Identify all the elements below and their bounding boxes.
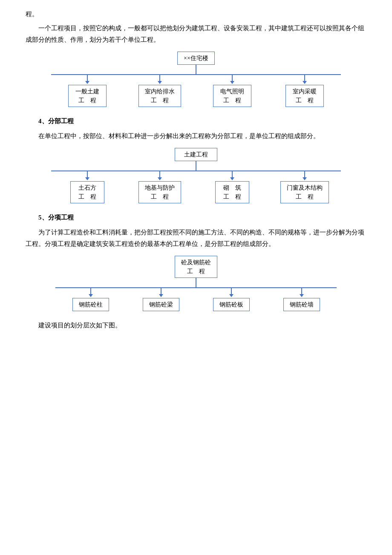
chart2-child-node-4: 门窗及木结构 工 程 <box>280 181 329 203</box>
chart2-container: 土建工程 土石方 工 程 地基与防护 工 程 砌 筑 工 程 门窗及木结构 工 … <box>26 148 366 203</box>
chart1-child-2: 室内给排水 工 程 <box>124 75 196 107</box>
chart1-child-node-3: 电气照明 工 程 <box>213 85 251 107</box>
chart3-root-node: 砼及钢筋砼 工 程 <box>175 256 217 278</box>
chart1-root: ××住宅楼 <box>177 52 215 74</box>
chart1-child-4: 室内采暖 工 程 <box>268 75 341 107</box>
footer-text: 建设项目的划分层次如下图。 <box>26 320 366 331</box>
chart3-child-4: 钢筋砼墙 <box>266 288 337 311</box>
chart2-root: 土建工程 <box>175 148 217 171</box>
chart1-hbar <box>51 74 341 75</box>
chart3-child-1: 钢筋砼柱 <box>55 288 126 311</box>
chart1-child-node-1: 一般土建 工 程 <box>68 85 107 107</box>
chart2-children-row: 土石方 工 程 地基与防护 工 程 砌 筑 工 程 门窗及木结构 工 程 <box>51 171 341 203</box>
chart1-root-vline <box>196 65 196 74</box>
chart2-child-node-1: 土石方 工 程 <box>70 181 104 203</box>
para5: 为了计算工程造价和工料消耗量，把分部工程按照不同的施工方法、不同的构造、不同的规… <box>26 227 366 250</box>
chart1-container: ××住宅楼 一般土建 工 程 室内给排水 工 程 电气照明 工 程 室内采暖 工… <box>26 52 366 107</box>
chart3-child-node-4: 钢筋砼墙 <box>283 298 320 311</box>
para1: 一个工程项目，按照它的构成，一般都可以把他划分为建筑工程、设备安装工程，其中建筑… <box>26 23 366 46</box>
intro-suffix: 程。 <box>26 9 366 20</box>
chart1-child-node-4: 室内采暖 工 程 <box>285 85 324 107</box>
chart3-container: 砼及钢筋砼 工 程 钢筋砼柱 钢筋砼梁 钢筋砼板 钢筋砼墙 <box>26 256 366 311</box>
chart1-children-row: 一般土建 工 程 室内给排水 工 程 电气照明 工 程 室内采暖 工 程 <box>51 75 341 107</box>
chart2-child-2: 地基与防护 工 程 <box>124 171 196 203</box>
chart2-child-4: 门窗及木结构 工 程 <box>268 171 341 203</box>
chart3-children-row: 钢筋砼柱 钢筋砼梁 钢筋砼板 钢筋砼墙 <box>55 288 337 311</box>
para4: 在单位工程中，按部位、材料和工种进一步分解出来的工程称为分部工程，是单位工程的组… <box>26 130 366 142</box>
chart3-child-node-1: 钢筋砼柱 <box>72 298 109 311</box>
chart3-child-node-2: 钢筋砼梁 <box>143 298 179 311</box>
chart3-child-3: 钢筋砼板 <box>196 288 266 311</box>
chart3-hbar <box>55 287 337 288</box>
chart1-root-node: ××住宅楼 <box>177 52 215 65</box>
chart2-hbar <box>51 171 341 171</box>
chart3-root: 砼及钢筋砼 工 程 <box>175 256 217 287</box>
chart2-child-1: 土石方 工 程 <box>51 171 124 203</box>
chart2-child-node-2: 地基与防护 工 程 <box>138 181 181 203</box>
chart3-child-node-3: 钢筋砼板 <box>213 298 250 311</box>
section5-title: 5、分项工程 <box>38 212 366 223</box>
chart1-child-1: 一般土建 工 程 <box>51 75 124 107</box>
chart2-child-3: 砌 筑 工 程 <box>196 171 268 203</box>
chart3-child-2: 钢筋砼梁 <box>126 288 196 311</box>
chart1-child-3: 电气照明 工 程 <box>196 75 268 107</box>
chart1-child-node-2: 室内给排水 工 程 <box>138 85 181 107</box>
section4-title: 4、分部工程 <box>38 116 366 127</box>
chart2-root-node: 土建工程 <box>175 148 217 161</box>
chart2-child-node-3: 砌 筑 工 程 <box>215 181 249 203</box>
